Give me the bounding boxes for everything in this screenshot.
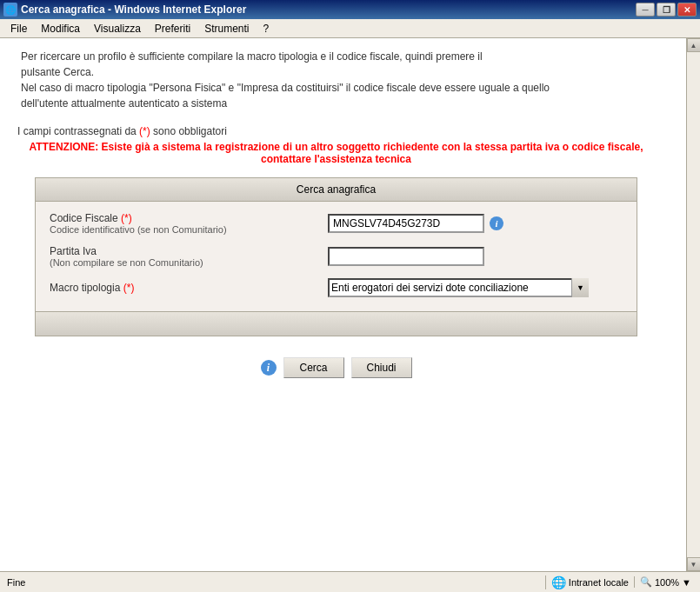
zoom-icon: 🔍 — [640, 576, 652, 588]
required-star-cf: (*) — [121, 212, 132, 224]
required-note: I campi contrassegnati da (*) sono obbli… — [17, 125, 655, 137]
info-line4: dell'utente attualmente autenticato a si… — [21, 97, 227, 110]
content-area: Per ricercare un profilo è sufficiente c… — [0, 38, 686, 571]
partita-iva-label: Partita Iva (Non compilare se non Comuni… — [50, 245, 328, 268]
menu-bar: File Modifica Visualizza Preferiti Strum… — [0, 19, 700, 38]
info-line1: Per ricercare un profilo è sufficiente c… — [21, 50, 483, 63]
scrollbar: ▲ ▼ — [686, 38, 700, 571]
menu-modifica[interactable]: Modifica — [34, 21, 87, 37]
buttons-info-icon[interactable]: i — [261, 360, 277, 376]
macro-tipologia-row: Macro tipologia (*) Enti erogatori dei s… — [50, 278, 623, 297]
chiudi-button[interactable]: Chiudi — [351, 357, 412, 378]
zone-icon: 🌐 — [551, 575, 566, 589]
form-container: Codice Fiscale (*) Codice identificativo… — [35, 202, 637, 312]
macro-tipologia-label: Macro tipologia (*) — [50, 282, 328, 294]
macro-tipologia-select[interactable]: Enti erogatori dei servizi dote concilia… — [328, 278, 589, 297]
minimize-button[interactable]: ─ — [636, 3, 655, 17]
required-marker: (*) — [139, 125, 150, 137]
title-bar: 🌐 Cerca anagrafica - Windows Internet Ex… — [0, 0, 700, 19]
required-star-mt: (*) — [123, 282, 135, 294]
menu-preferiti[interactable]: Preferiti — [148, 21, 197, 37]
zoom-arrow-icon: ▼ — [682, 577, 691, 588]
bottom-bar — [35, 312, 637, 336]
codice-identificativo-label: Codice identificativo (se non Comunitari… — [50, 224, 328, 235]
codice-fiscale-input[interactable] — [328, 214, 484, 233]
restore-button[interactable]: ❐ — [657, 3, 676, 17]
browser-body: Per ricercare un profilo è sufficiente c… — [0, 38, 700, 571]
status-zoom: 🔍 100% ▼ — [634, 576, 697, 588]
menu-file[interactable]: File — [3, 21, 34, 37]
codice-fiscale-info-icon[interactable]: i — [490, 216, 503, 230]
partita-iva-label-line2: (Non compilare se non Comunitario) — [50, 257, 328, 268]
cerca-button[interactable]: Cerca — [283, 357, 344, 378]
menu-visualizza[interactable]: Visualizza — [87, 21, 148, 37]
zone-text: Intranet locale — [569, 577, 629, 588]
partita-iva-input[interactable] — [328, 247, 484, 266]
macro-tipologia-select-wrapper: Enti erogatori dei servizi dote concilia… — [328, 278, 589, 297]
partita-iva-label-line1: Partita Iva — [50, 245, 328, 257]
info-paragraph: Per ricercare un profilo è sufficiente c… — [17, 49, 655, 111]
zoom-text: 100% — [655, 577, 679, 588]
menu-strumenti[interactable]: Strumenti — [197, 21, 256, 37]
scroll-up-button[interactable]: ▲ — [687, 38, 701, 52]
scroll-down-button[interactable]: ▼ — [687, 557, 701, 571]
buttons-area: i Cerca Chiudi — [17, 336, 655, 392]
info-line2: pulsante Cerca. — [21, 66, 94, 78]
section-header: Cerca anagrafica — [35, 177, 637, 202]
status-zone: 🌐 Intranet locale — [545, 575, 634, 589]
status-text: Fine — [3, 577, 545, 588]
codice-fiscale-label: Codice Fiscale (*) Codice identificativo… — [50, 212, 328, 235]
codice-fiscale-label-line1: Codice Fiscale (*) — [50, 212, 328, 224]
status-bar: Fine 🌐 Intranet locale 🔍 100% ▼ — [0, 571, 700, 592]
window-title: Cerca anagrafica - Windows Internet Expl… — [21, 3, 246, 16]
warning-message: ATTENZIONE: Esiste già a sistema la regi… — [17, 141, 655, 165]
codice-fiscale-row: Codice Fiscale (*) Codice identificativo… — [50, 212, 623, 235]
close-button[interactable]: ✕ — [677, 3, 697, 17]
window-controls: ─ ❐ ✕ — [636, 3, 697, 17]
menu-help[interactable]: ? — [257, 21, 277, 37]
info-line3: Nel caso di macro tipologia "Persona Fis… — [21, 82, 550, 94]
app-icon: 🌐 — [3, 3, 17, 17]
partita-iva-row: Partita Iva (Non compilare se non Comuni… — [50, 245, 623, 268]
